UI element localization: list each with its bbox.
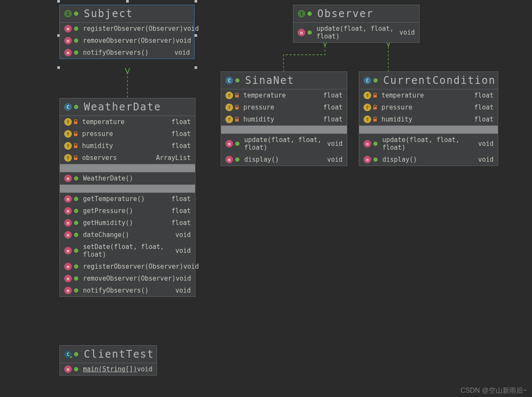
svg-point-14 bbox=[74, 209, 78, 213]
member-row: fhumidityfloat bbox=[359, 113, 498, 125]
public-icon bbox=[74, 367, 79, 372]
svg-point-13 bbox=[74, 197, 78, 201]
class-box-observer[interactable]: I Observer mupdate(float, float, float)v… bbox=[293, 5, 420, 43]
method-icon: m bbox=[64, 287, 72, 294]
section-separator bbox=[221, 125, 347, 134]
member-return-type: void bbox=[327, 140, 343, 148]
member-row: ftemperaturefloat bbox=[359, 89, 498, 101]
svg-point-17 bbox=[74, 249, 78, 253]
method-icon: m bbox=[225, 156, 233, 163]
private-icon bbox=[235, 117, 239, 122]
member-signature: notifyObservers() bbox=[83, 49, 174, 56]
svg-point-12 bbox=[74, 176, 78, 181]
public-icon bbox=[74, 220, 79, 225]
member-row: mupdate(float, float, float)void bbox=[293, 23, 419, 42]
member-row: mdisplay()void bbox=[359, 154, 498, 166]
member-row: mmain(String[])void bbox=[60, 363, 157, 375]
member-row: mremoveObserver(Observer)void bbox=[60, 273, 195, 284]
svg-point-4 bbox=[74, 50, 78, 55]
svg-point-7 bbox=[74, 105, 78, 109]
svg-point-34 bbox=[74, 367, 78, 371]
member-signature: update(float, float, float) bbox=[244, 136, 327, 151]
svg-rect-9 bbox=[74, 133, 77, 136]
member-signature: getPressure() bbox=[83, 207, 171, 215]
member-signature: pressure bbox=[243, 104, 323, 111]
section-separator bbox=[359, 125, 498, 134]
private-icon bbox=[235, 105, 239, 110]
member-row: msetDate(float, float, float)void bbox=[60, 241, 195, 261]
field-icon: f bbox=[364, 116, 371, 123]
private-icon bbox=[74, 143, 78, 148]
svg-point-3 bbox=[74, 39, 78, 43]
member-return-type: void bbox=[399, 29, 415, 36]
member-return-type: void bbox=[327, 156, 343, 163]
public-icon bbox=[74, 248, 79, 253]
member-return-type: void bbox=[176, 275, 191, 282]
class-box-subject[interactable]: I Subject mregisterObserver(Observer)voi… bbox=[59, 5, 195, 59]
member-row: mupdate(float, float, float)void bbox=[359, 134, 498, 154]
member-return-type: float bbox=[171, 195, 191, 203]
public-icon bbox=[74, 50, 79, 55]
public-icon bbox=[74, 264, 79, 269]
interface-icon: I bbox=[298, 10, 305, 18]
method-icon: m bbox=[225, 140, 233, 148]
svg-rect-11 bbox=[74, 157, 77, 160]
svg-point-16 bbox=[74, 233, 78, 237]
member-signature: humidity bbox=[381, 116, 474, 123]
field-icon: f bbox=[364, 92, 371, 99]
class-box-currentcondition[interactable]: C CurrentCondition ftemperaturefloatfpre… bbox=[359, 71, 498, 166]
svg-point-2 bbox=[74, 27, 78, 31]
member-row: fpressurefloat bbox=[359, 101, 498, 113]
member-signature: temperature bbox=[381, 92, 474, 99]
member-row: ftemperaturefloat bbox=[221, 89, 347, 101]
class-icon: C bbox=[225, 77, 233, 84]
runnable-class-icon: C▶ bbox=[64, 350, 72, 358]
method-icon: m bbox=[298, 29, 305, 36]
svg-point-15 bbox=[74, 221, 78, 225]
watermark: CSDN @空山新雨后~ bbox=[461, 386, 527, 395]
class-box-clienttest[interactable]: C▶ ClientTest mmain(String[])void bbox=[59, 345, 157, 376]
member-row: mnotifyObservers()void bbox=[60, 284, 195, 296]
class-box-weatherdate[interactable]: C WeatherDate ftemperaturefloatfpressure… bbox=[59, 98, 195, 297]
method-icon: m bbox=[64, 37, 72, 44]
member-return-type: void bbox=[175, 247, 191, 255]
public-icon bbox=[74, 352, 79, 357]
member-signature: temperature bbox=[243, 92, 323, 99]
class-header: I Subject bbox=[60, 5, 194, 23]
svg-point-20 bbox=[74, 288, 78, 293]
class-header: I Observer bbox=[293, 5, 419, 23]
member-signature: update(float, float, float) bbox=[382, 136, 478, 151]
member-signature: display() bbox=[244, 156, 327, 163]
private-icon bbox=[235, 93, 239, 98]
member-signature: temperature bbox=[82, 118, 171, 126]
field-icon: f bbox=[364, 104, 371, 111]
member-return-type: void bbox=[183, 25, 199, 33]
member-row: ftemperaturefloat bbox=[60, 116, 195, 128]
class-header: C WeatherDate bbox=[60, 98, 195, 116]
class-box-sinanet[interactable]: C SinaNet ftemperaturefloatfpressurefloa… bbox=[221, 71, 347, 166]
member-signature: pressure bbox=[381, 104, 474, 111]
member-signature: WeatherDate() bbox=[83, 175, 191, 182]
member-signature: notifyObservers() bbox=[83, 287, 175, 294]
member-row: mWeatherDate() bbox=[60, 172, 195, 184]
member-signature: registerObserver(Observer) bbox=[83, 25, 183, 33]
field-icon: f bbox=[64, 142, 72, 150]
member-signature: removeObserver(Observer) bbox=[83, 275, 176, 282]
member-signature: setDate(float, float, float) bbox=[83, 243, 175, 258]
svg-point-31 bbox=[373, 142, 378, 146]
public-icon bbox=[235, 78, 240, 83]
member-row: mgetHumidity()float bbox=[60, 217, 195, 229]
member-signature: dateChange() bbox=[83, 231, 175, 239]
class-name: Observer bbox=[317, 8, 374, 20]
member-row: fpressurefloat bbox=[60, 128, 195, 140]
field-icon: f bbox=[225, 116, 233, 123]
public-icon bbox=[74, 208, 79, 213]
member-return-type: void bbox=[175, 231, 191, 239]
member-signature: display() bbox=[382, 156, 478, 163]
public-icon bbox=[74, 38, 79, 43]
member-row: mnotifyObservers()void bbox=[60, 47, 194, 59]
interface-icon: I bbox=[64, 10, 72, 18]
member-return-type: float bbox=[474, 116, 494, 123]
member-row: fhumidityfloat bbox=[60, 140, 195, 152]
member-return-type: float bbox=[474, 104, 494, 111]
